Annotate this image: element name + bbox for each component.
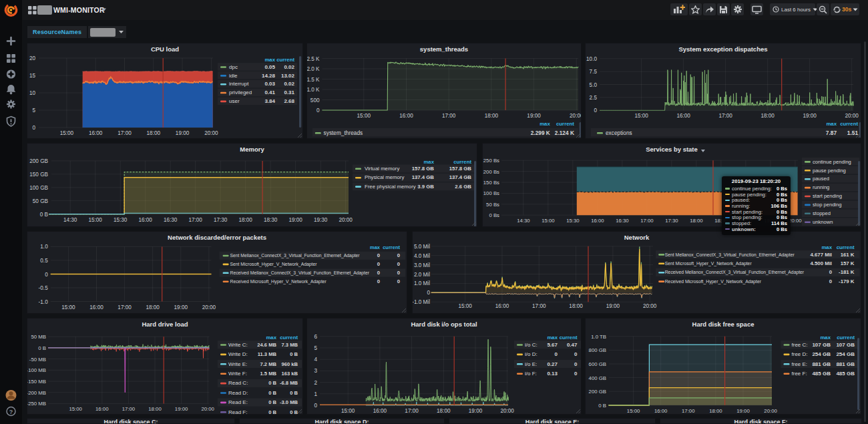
svg-text:Hard disk space E:: Hard disk space E: [525, 419, 580, 424]
svg-text:5.0: 5.0 [590, 82, 598, 88]
svg-text:150 GB: 150 GB [29, 172, 48, 178]
svg-text:20:00: 20:00 [789, 218, 802, 224]
svg-text:Read F:: Read F: [228, 409, 247, 415]
svg-text:dpc: dpc [229, 64, 238, 70]
svg-text:18:00: 18:00 [437, 408, 451, 414]
svg-text:20:00: 20:00 [339, 217, 353, 223]
svg-text:i/o F:: i/o F: [525, 371, 537, 377]
svg-text:500: 500 [310, 97, 320, 103]
svg-text:0: 0 [397, 270, 401, 276]
svg-text:0 B: 0 B [290, 409, 298, 415]
svg-text:Sent Microsoft_Hyper_V_Network: Sent Microsoft_Hyper_V_Network_Adapter [230, 262, 318, 267]
svg-text:user: user [229, 98, 240, 104]
svg-text:15:00: 15:00 [341, 408, 355, 414]
svg-text:current: current [840, 121, 858, 127]
svg-text:Write F:: Write F: [228, 371, 247, 377]
svg-text:1: 1 [314, 391, 317, 397]
svg-text:15:00: 15:00 [88, 217, 102, 223]
svg-text:15:00: 15:00 [69, 406, 82, 412]
svg-text:4.677 Mil: 4.677 Mil [810, 252, 832, 258]
svg-text:16:00: 16:00 [89, 304, 103, 310]
svg-text:18:00: 18:00 [761, 113, 775, 119]
svg-text:485 GB: 485 GB [836, 371, 855, 377]
svg-text:3.84: 3.84 [264, 98, 275, 104]
svg-text:19:00: 19:00 [176, 130, 190, 136]
svg-text:Received Microsoft_Hyper_V_Net: Received Microsoft_Hyper_V_Network_Adapt… [230, 279, 327, 284]
svg-text:0: 0 [45, 272, 48, 278]
svg-text:0 B: 0 B [40, 212, 49, 218]
svg-text:15:00: 15:00 [541, 218, 555, 224]
svg-text:400 GB: 400 GB [589, 375, 606, 381]
svg-text:0 B: 0 B [268, 399, 276, 405]
svg-text:max: max [539, 121, 550, 127]
svg-text:0.05: 0.05 [264, 64, 275, 70]
svg-text:-1.0 Mil: -1.0 Mil [412, 299, 430, 305]
svg-text:Write D:: Write D: [228, 351, 248, 357]
svg-text:20:00: 20:00 [570, 113, 582, 119]
svg-text:Hard disk space D:: Hard disk space D: [314, 419, 369, 424]
svg-text:pause pending: pause pending [813, 168, 846, 174]
svg-text:0: 0 [555, 351, 558, 357]
svg-text:16:00: 16:00 [676, 113, 690, 119]
svg-text:19:30: 19:30 [314, 217, 328, 223]
svg-text:Sent Mellanox_ConnectX_3_Virtu: Sent Mellanox_ConnectX_3_Virtual_Functio… [230, 253, 361, 258]
svg-text:-6.8 MB: -6.8 MB [280, 380, 298, 386]
svg-text:7.2 MB: 7.2 MB [260, 361, 277, 367]
svg-text:0: 0 [377, 270, 381, 276]
svg-text:11.3 MB: 11.3 MB [258, 351, 277, 357]
svg-text:5.0 Mil: 5.0 Mil [414, 244, 430, 250]
svg-text:600 GB: 600 GB [589, 361, 606, 367]
svg-text:2: 2 [314, 380, 317, 386]
svg-text:16:00: 16:00 [591, 218, 604, 224]
svg-text:2.124 K: 2.124 K [555, 130, 574, 136]
svg-text:current: current [560, 335, 578, 341]
svg-text:5: 5 [32, 108, 35, 114]
svg-text:-100 MB: -100 MB [27, 367, 46, 373]
svg-text:881 GB: 881 GB [836, 361, 855, 367]
svg-text:Hard disk space C:: Hard disk space C: [103, 419, 158, 424]
svg-text:3.0 Mil: 3.0 Mil [414, 262, 430, 268]
svg-text:100 Bs: 100 Bs [483, 190, 499, 196]
svg-text:15:00: 15:00 [458, 303, 472, 309]
svg-text:free D:: free D: [792, 351, 808, 357]
svg-text:Received Mellanox_ConnectX_3_V: Received Mellanox_ConnectX_3_Virtual_Fun… [230, 270, 370, 276]
svg-text:20:00: 20:00 [764, 408, 777, 414]
svg-text:15:00: 15:00 [627, 408, 640, 414]
svg-text:157 K: 157 K [841, 260, 855, 266]
svg-text:200 GB: 200 GB [589, 389, 606, 395]
svg-text:18:00: 18:00 [238, 217, 252, 223]
svg-text:254 GB: 254 GB [812, 351, 831, 357]
svg-text:Read D:: Read D: [228, 390, 248, 396]
svg-text:16:00: 16:00 [399, 113, 413, 119]
svg-text:17:00: 17:00 [532, 303, 546, 309]
svg-text:0: 0 [314, 403, 317, 409]
svg-text:20:00: 20:00 [845, 113, 859, 119]
svg-text:system_threads: system_threads [324, 130, 363, 136]
svg-text:Received Microsoft_Hyper_V_Net: Received Microsoft_Hyper_V_Network_Adapt… [665, 279, 762, 284]
svg-text:14:30: 14:30 [63, 217, 77, 223]
svg-text:0: 0 [397, 261, 401, 267]
svg-text:107 GB: 107 GB [812, 342, 831, 348]
svg-text:-0.5: -0.5 [39, 285, 49, 291]
svg-text:107 GB: 107 GB [836, 342, 855, 348]
svg-text:continue pending: continue pending [813, 159, 851, 165]
svg-text:16:00: 16:00 [654, 408, 668, 414]
svg-text:0.5: 0.5 [40, 258, 48, 264]
svg-text:163 kB: 163 kB [282, 371, 298, 377]
svg-text:Hard disk free space: Hard disk free space [692, 321, 754, 328]
svg-text:free F:: free F: [792, 371, 807, 377]
svg-text:max: max [266, 335, 276, 341]
svg-text:18:30: 18:30 [264, 217, 278, 223]
svg-text:-179 K: -179 K [839, 278, 855, 284]
svg-text:0 B: 0 B [268, 380, 276, 386]
svg-text:Memory: Memory [240, 146, 264, 153]
svg-text:max: max [826, 121, 837, 127]
svg-text:0: 0 [427, 290, 430, 296]
svg-text:4.0 Mil: 4.0 Mil [414, 253, 430, 259]
svg-text:free C:: free C: [792, 342, 808, 348]
svg-text:current: current [556, 121, 574, 127]
svg-text:stop pending: stop pending [813, 202, 842, 208]
svg-text:250 Bs: 250 Bs [483, 158, 499, 164]
svg-text:17:00: 17:00 [118, 304, 132, 310]
svg-text:unknown: unknown [813, 219, 833, 225]
